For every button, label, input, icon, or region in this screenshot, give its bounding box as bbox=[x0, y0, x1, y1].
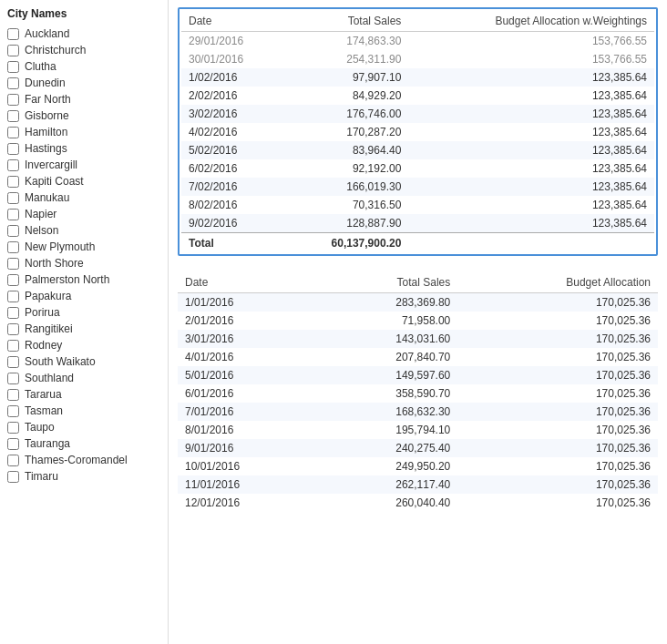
city-list: AucklandChristchurchCluthaDunedinFar Nor… bbox=[7, 26, 168, 485]
city-item[interactable]: Nelson bbox=[7, 222, 168, 239]
cell-date: 7/01/2016 bbox=[178, 403, 318, 421]
city-item[interactable]: Papakura bbox=[7, 288, 168, 304]
cell-sales: 143,031.60 bbox=[318, 330, 458, 348]
table2-col-budget: Budget Allocation bbox=[457, 272, 658, 293]
city-item[interactable]: Porirua bbox=[7, 304, 168, 321]
city-label: Palmerston North bbox=[25, 273, 109, 286]
city-item[interactable]: Dunedin bbox=[7, 75, 168, 91]
cell-budget: 153,766.55 bbox=[408, 50, 654, 68]
cell-date: 1/02/2016 bbox=[181, 68, 283, 87]
city-checkbox[interactable] bbox=[7, 159, 19, 171]
city-checkbox[interactable] bbox=[7, 127, 19, 138]
cell-budget: 170,025.36 bbox=[457, 475, 658, 494]
city-label: Tararua bbox=[25, 388, 62, 401]
city-item[interactable]: Napier bbox=[7, 206, 168, 222]
city-item[interactable]: North Shore bbox=[7, 255, 168, 271]
city-item[interactable]: Auckland bbox=[7, 26, 168, 42]
city-checkbox[interactable] bbox=[7, 77, 19, 89]
city-checkbox[interactable] bbox=[7, 94, 19, 106]
city-item[interactable]: New Plymouth bbox=[7, 239, 168, 255]
city-checkbox[interactable] bbox=[7, 28, 19, 40]
city-checkbox[interactable] bbox=[7, 340, 19, 352]
table2-col-sales: Total Sales bbox=[318, 272, 458, 293]
city-item[interactable]: Rodney bbox=[7, 337, 168, 353]
city-item[interactable]: Thames-Coromandel bbox=[7, 452, 168, 468]
city-item[interactable]: Tararua bbox=[7, 386, 168, 403]
table-row: 4/02/2016 170,287.20 123,385.64 bbox=[181, 123, 654, 141]
city-label: Tasman bbox=[25, 404, 63, 417]
city-item[interactable]: South Waikato bbox=[7, 353, 168, 370]
city-item[interactable]: Rangitikei bbox=[7, 321, 168, 337]
city-checkbox[interactable] bbox=[7, 471, 19, 483]
city-item[interactable]: Hamilton bbox=[7, 124, 168, 140]
city-checkbox[interactable] bbox=[7, 274, 19, 286]
city-item[interactable]: Christchurch bbox=[7, 42, 168, 58]
city-item[interactable]: Tasman bbox=[7, 403, 168, 419]
cell-budget: 123,385.64 bbox=[408, 87, 654, 105]
city-checkbox[interactable] bbox=[7, 405, 19, 417]
city-item[interactable]: Hastings bbox=[7, 140, 168, 157]
city-checkbox[interactable] bbox=[7, 323, 19, 335]
city-checkbox[interactable] bbox=[7, 61, 19, 73]
city-label: Porirua bbox=[25, 306, 60, 319]
table-row: 6/01/2016 358,590.70 170,025.36 bbox=[178, 384, 658, 403]
cell-sales: 195,794.10 bbox=[318, 421, 458, 439]
table2-wrapper: Date Total Sales Budget Allocation 1/01/… bbox=[178, 272, 658, 512]
city-checkbox[interactable] bbox=[7, 356, 19, 368]
city-item[interactable]: Far North bbox=[7, 91, 168, 107]
city-checkbox[interactable] bbox=[7, 389, 19, 401]
city-checkbox[interactable] bbox=[7, 422, 19, 434]
table1-col-budget: Budget Allocation w.Weightings bbox=[408, 11, 654, 32]
city-item[interactable]: Palmerston North bbox=[7, 271, 168, 288]
city-item[interactable]: Kapiti Coast bbox=[7, 173, 168, 189]
city-checkbox[interactable] bbox=[7, 45, 19, 56]
city-item[interactable]: Timaru bbox=[7, 468, 168, 485]
cell-date: 5/01/2016 bbox=[178, 366, 318, 384]
cell-sales: 83,964.40 bbox=[283, 141, 408, 159]
cell-sales: 176,746.00 bbox=[283, 105, 408, 123]
cell-budget: 170,025.36 bbox=[457, 384, 658, 403]
city-checkbox[interactable] bbox=[7, 209, 19, 220]
city-label: Tauranga bbox=[25, 437, 70, 450]
city-checkbox[interactable] bbox=[7, 438, 19, 450]
city-item[interactable]: Clutha bbox=[7, 58, 168, 75]
table-row: 3/01/2016 143,031.60 170,025.36 bbox=[178, 330, 658, 348]
city-checkbox[interactable] bbox=[7, 373, 19, 384]
city-checkbox[interactable] bbox=[7, 143, 19, 155]
cell-sales: 207,840.70 bbox=[318, 348, 458, 366]
city-checkbox[interactable] bbox=[7, 455, 19, 466]
table-row: 5/02/2016 83,964.40 123,385.64 bbox=[181, 141, 654, 159]
cell-sales: 174,863.30 bbox=[283, 32, 408, 51]
city-item[interactable]: Gisborne bbox=[7, 107, 168, 124]
cell-budget: 123,385.64 bbox=[408, 123, 654, 141]
cell-date: 9/02/2016 bbox=[181, 214, 283, 233]
city-item[interactable]: Invercargill bbox=[7, 157, 168, 173]
city-checkbox[interactable] bbox=[7, 225, 19, 237]
city-checkbox[interactable] bbox=[7, 192, 19, 204]
city-item[interactable]: Manukau bbox=[7, 189, 168, 206]
city-item[interactable]: Tauranga bbox=[7, 435, 168, 452]
city-label: Christchurch bbox=[25, 44, 86, 56]
cell-budget: 170,025.36 bbox=[457, 366, 658, 384]
city-label: Clutha bbox=[25, 60, 56, 73]
sidebar-title: City Names bbox=[7, 7, 168, 20]
cell-budget: 170,025.36 bbox=[457, 293, 658, 312]
cell-sales: 262,117.40 bbox=[318, 475, 458, 494]
city-item[interactable]: Taupo bbox=[7, 419, 168, 435]
city-checkbox[interactable] bbox=[7, 241, 19, 253]
city-checkbox[interactable] bbox=[7, 176, 19, 188]
city-checkbox[interactable] bbox=[7, 291, 19, 302]
city-checkbox[interactable] bbox=[7, 110, 19, 122]
table-row: 11/01/2016 262,117.40 170,025.36 bbox=[178, 475, 658, 494]
city-checkbox[interactable] bbox=[7, 258, 19, 270]
city-label: Rodney bbox=[25, 339, 62, 352]
city-label: Manukau bbox=[25, 191, 69, 204]
city-label: North Shore bbox=[25, 257, 84, 270]
cell-date: 2/01/2016 bbox=[178, 312, 318, 330]
city-checkbox[interactable] bbox=[7, 307, 19, 319]
city-item[interactable]: Southland bbox=[7, 370, 168, 386]
cell-budget: 123,385.64 bbox=[408, 68, 654, 87]
table-row: 7/01/2016 168,632.30 170,025.36 bbox=[178, 403, 658, 421]
cell-date: 11/01/2016 bbox=[178, 475, 318, 494]
cell-sales: 170,287.20 bbox=[283, 123, 408, 141]
